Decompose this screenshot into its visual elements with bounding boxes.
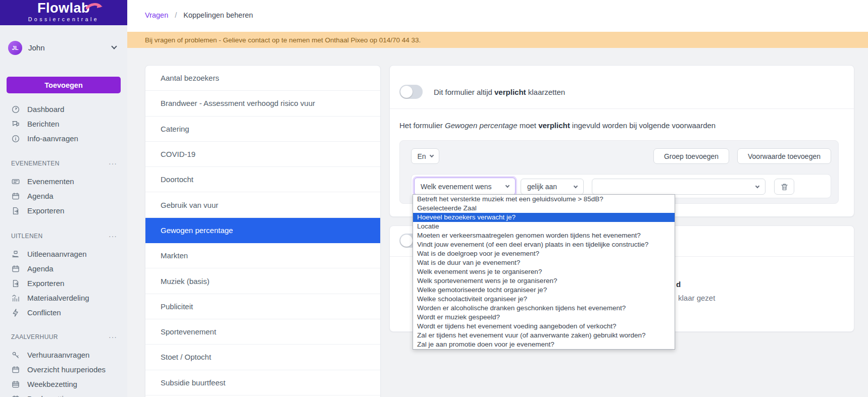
dropdown-option-selected[interactable]: Hoeveel bezoekers verwacht je? bbox=[413, 213, 675, 222]
sidebar-item-label: Agenda bbox=[27, 192, 54, 200]
operator-select[interactable]: En bbox=[411, 148, 439, 164]
sidebar-item-dashboard[interactable]: Dashboard bbox=[0, 102, 127, 117]
export-icon bbox=[11, 206, 20, 215]
sidebar-item-exporteren-evenementen[interactable]: Exporteren bbox=[0, 203, 127, 218]
dropdown-option[interactable]: Welke schoolactiviteit organiseer je? bbox=[413, 295, 675, 304]
sidebar-item-label: Dagbezetting bbox=[27, 394, 72, 397]
sidebar-item-agenda-evenementen[interactable]: Agenda bbox=[0, 189, 127, 203]
gauge-icon bbox=[11, 105, 20, 114]
chat-icon bbox=[11, 120, 20, 129]
chevron-down-icon[interactable] bbox=[111, 43, 117, 49]
dropdown-option[interactable]: Geselecteerde Zaal bbox=[413, 204, 675, 213]
dropdown-option[interactable]: Locatie bbox=[413, 222, 675, 231]
add-button[interactable]: Toevoegen bbox=[7, 77, 121, 93]
export-icon bbox=[11, 279, 20, 288]
forms-list: Aantal bezoekers Brandweer - Assessment … bbox=[145, 65, 381, 397]
topbar: Vragen / Koppelingen beheren bbox=[127, 0, 868, 32]
form-list-item[interactable]: Gebruik van vuur bbox=[145, 192, 380, 217]
sidebar-item-label: Berichten bbox=[27, 120, 59, 128]
section-uitlenen: UITLENEN bbox=[0, 231, 127, 241]
dropdown-option[interactable]: Welke gemotoriseerde tocht organiseer je… bbox=[413, 286, 675, 295]
form-list-item[interactable]: Publiciteit bbox=[145, 294, 380, 319]
dropdown-option[interactable]: Welk sportevenement wens je te organiser… bbox=[413, 276, 675, 286]
sidebar-item-label: Verhuuraanvragen bbox=[27, 351, 89, 359]
breadcrumb: Vragen / Koppelingen beheren bbox=[145, 11, 253, 19]
dropdown-option[interactable]: Wat is de duur van je evenement? bbox=[413, 258, 675, 267]
select-value: Welk evenement wens bbox=[421, 183, 492, 191]
brand-name: Flowlab bbox=[37, 1, 90, 16]
form-list-item-selected[interactable]: Gewogen percentage bbox=[145, 218, 380, 243]
sidebar-item-overzicht-huurperiodes[interactable]: Overzicht huurperiodes bbox=[0, 362, 127, 377]
form-list-item[interactable]: Muziek (basis) bbox=[145, 268, 380, 294]
required-toggle[interactable] bbox=[399, 85, 423, 99]
sidebar-item-label: Agenda bbox=[27, 264, 54, 273]
dropdown-option[interactable]: Moeten er verkeersmaatregelen genomen wo… bbox=[413, 231, 675, 240]
brand-name-text: Flowlab bbox=[37, 1, 90, 16]
sidebar-item-uitleenaanvragen[interactable]: Uitleenaanvragen bbox=[0, 247, 127, 261]
user-menu[interactable]: JL John bbox=[0, 39, 127, 56]
form-list-item[interactable]: Stoet / Optocht bbox=[145, 345, 380, 370]
sidebar-item-evenementen[interactable]: Evenementen bbox=[0, 174, 127, 189]
form-list-item[interactable]: COVID-19 bbox=[145, 142, 380, 167]
condition-value-select[interactable] bbox=[592, 179, 765, 195]
dropdown-option[interactable]: Wordt er muziek gespeeld? bbox=[413, 313, 675, 322]
select-value: gelijk aan bbox=[527, 183, 557, 191]
avatar: JL bbox=[8, 41, 22, 55]
ticket-icon bbox=[11, 177, 20, 186]
breadcrumb-link-vragen[interactable]: Vragen bbox=[145, 11, 168, 19]
form-list-item[interactable]: Markten bbox=[145, 243, 380, 268]
sidebar-nav-top: Dashboard Berichten Info-aanvragen bbox=[0, 102, 127, 146]
sidebar-item-info-aanvragen[interactable]: Info-aanvragen bbox=[0, 131, 127, 146]
intro-form-name: Gewogen percentage bbox=[445, 121, 517, 130]
form-list-item[interactable]: Doortocht bbox=[145, 167, 380, 192]
chevron-down-icon bbox=[429, 153, 433, 157]
brand-subtitle: Dossiercentrale bbox=[0, 16, 127, 23]
toggle-knob bbox=[400, 235, 413, 247]
delete-condition-button[interactable] bbox=[774, 179, 794, 195]
label-bold: verplicht bbox=[494, 88, 526, 96]
sidebar-nav-zaalverhuur: Verhuuraanvragen Overzicht huurperiodes … bbox=[0, 348, 127, 397]
sidebar-item-dagbezetting[interactable]: Dagbezetting bbox=[0, 391, 127, 397]
sidebar-item-exporteren-uitlenen[interactable]: Exporteren bbox=[0, 276, 127, 291]
condition-operator-select[interactable]: gelijk aan bbox=[521, 179, 584, 195]
form-list-item[interactable]: Catering bbox=[145, 117, 380, 142]
more-icon[interactable] bbox=[109, 161, 117, 166]
bolt-icon bbox=[11, 308, 20, 317]
chart-icon bbox=[11, 294, 20, 303]
calendar-icon bbox=[11, 192, 20, 201]
sidebar-item-materiaalverdeling[interactable]: Materiaalverdeling bbox=[0, 291, 127, 305]
dropdown-option[interactable]: Zal er tijdens het evenement vuur (of aa… bbox=[413, 331, 675, 340]
form-list-item[interactable]: Aantal bezoekers bbox=[145, 66, 380, 91]
sidebar-item-agenda-uitlenen[interactable]: Agenda bbox=[0, 261, 127, 276]
sidebar-item-verhuuraanvragen[interactable]: Verhuuraanvragen bbox=[0, 348, 127, 362]
sidebar-item-label: Conflicten bbox=[27, 308, 61, 317]
form-list-item[interactable]: Sportevenement bbox=[145, 319, 380, 345]
more-icon[interactable] bbox=[109, 234, 117, 239]
dropdown-option[interactable]: Wordt er tijdens het evenement voeding a… bbox=[413, 322, 675, 331]
sidebar-item-label: Dashboard bbox=[27, 105, 64, 114]
condition-field-select[interactable]: Welk evenement wens bbox=[414, 178, 516, 195]
sidebar-item-label: Exporteren bbox=[27, 206, 64, 215]
operator-label: En bbox=[417, 152, 426, 160]
form-list-item[interactable]: Subsidie buurtfeest bbox=[145, 370, 380, 395]
notice-banner: Bij vragen of problemen - Gelieve contac… bbox=[127, 32, 868, 48]
form-list-item[interactable]: Brandweer - Assessment verhoogd risico v… bbox=[145, 91, 380, 116]
dropdown-option[interactable]: Welk evenement wens je te organiseren? bbox=[413, 267, 675, 276]
dropdown-option[interactable]: Betreft het versterkte muziek met een ge… bbox=[413, 195, 675, 204]
more-icon[interactable] bbox=[109, 334, 117, 339]
trash-icon bbox=[780, 183, 789, 191]
dropdown-option[interactable]: Zal je aan promotie doen voor je eveneme… bbox=[413, 340, 675, 349]
add-condition-button[interactable]: Voorwaarde toevoegen bbox=[737, 148, 831, 164]
dropdown-option[interactable]: Worden er alcoholische dranken geschonke… bbox=[413, 304, 675, 313]
sidebar-item-conflicten[interactable]: Conflicten bbox=[0, 305, 127, 320]
calendar-grid-icon bbox=[11, 394, 20, 397]
sidebar-item-berichten[interactable]: Berichten bbox=[0, 117, 127, 131]
dropdown-option[interactable]: Vindt jouw evenement (of een deel ervan)… bbox=[413, 240, 675, 249]
info-icon bbox=[11, 134, 20, 143]
user-name: John bbox=[28, 43, 45, 52]
brand-logo: Flowlab Dossiercentrale bbox=[0, 0, 127, 25]
dropdown-option[interactable]: Wat is de doelgroep voor je evenement? bbox=[413, 249, 675, 258]
sidebar-item-weekbezetting[interactable]: Weekbezetting bbox=[0, 377, 127, 391]
section-evenementen: EVENEMENTEN bbox=[0, 158, 127, 168]
add-group-button[interactable]: Groep toevoegen bbox=[653, 148, 729, 164]
